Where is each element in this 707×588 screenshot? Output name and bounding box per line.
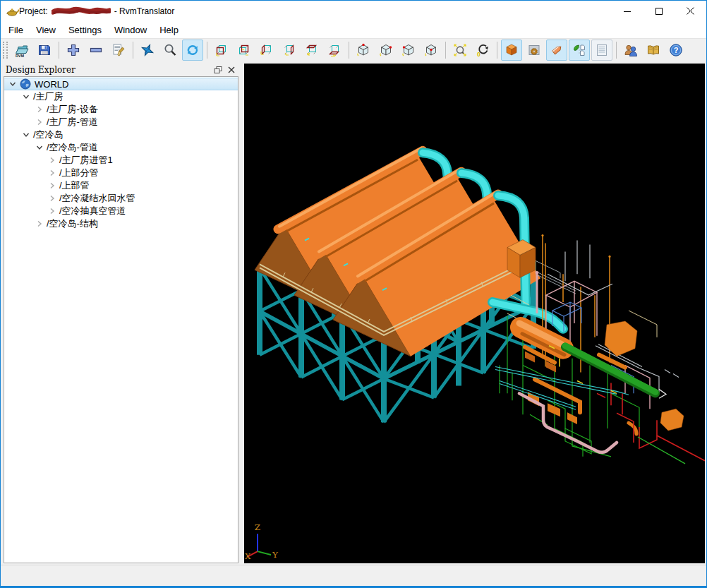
- chevron-collapsed-icon[interactable]: [35, 220, 44, 228]
- toolbar-button-manual[interactable]: [643, 40, 664, 61]
- open-rvm-icon: RVM: [15, 43, 29, 57]
- toolbar-button-help[interactable]: ?: [665, 40, 687, 61]
- toolbar-button-shaded-view[interactable]: [501, 40, 522, 61]
- tree-item[interactable]: /空冷岛-管道: [4, 141, 238, 154]
- chevron-collapsed-icon[interactable]: [48, 181, 56, 190]
- tree-item[interactable]: /主厂房: [4, 90, 238, 103]
- magnifier-icon: [163, 43, 177, 57]
- tree-item-label: /主厂房-管道: [47, 116, 98, 128]
- chevron-expanded-icon[interactable]: [22, 131, 30, 139]
- tree-item-world[interactable]: WORLD: [4, 78, 238, 90]
- dock-title: Design Explorer: [6, 65, 75, 75]
- toolbar-button-save[interactable]: [34, 40, 55, 61]
- toolbar-button-view-left[interactable]: [256, 40, 277, 61]
- tree-item[interactable]: /空冷岛-结构: [4, 217, 238, 230]
- toolbar-button-view-top[interactable]: [301, 40, 322, 61]
- chevron-collapsed-icon[interactable]: [48, 207, 56, 215]
- viewport-3d[interactable]: Z X Y: [244, 64, 705, 563]
- menu-window[interactable]: Window: [108, 23, 153, 37]
- toolbar-button-about-users[interactable]: [620, 40, 641, 61]
- toolbar-button-open-rvm[interactable]: RVM: [11, 40, 32, 61]
- close-icon: [687, 7, 694, 15]
- toolbar-button-clear-log[interactable]: [108, 40, 129, 61]
- toolbar-button-show-labels[interactable]: [546, 40, 567, 61]
- clear-document-icon: [111, 43, 126, 57]
- log-document-icon: [595, 43, 609, 57]
- minimize-button[interactable]: [611, 1, 643, 21]
- window-title: Project: - RvmTranslator: [19, 6, 174, 16]
- chevron-collapsed-icon[interactable]: [48, 156, 56, 164]
- design-explorer-tree[interactable]: WORLD /主厂房 /主厂房-设备 /主厂房-管道 /空冷岛: [4, 76, 238, 563]
- chevron-expanded-icon[interactable]: [35, 143, 44, 152]
- toolbar-button-view-iso-4[interactable]: [421, 40, 442, 61]
- cube-view-top-icon: [305, 43, 319, 57]
- title-suffix: - RvmTranslator: [114, 6, 175, 16]
- toolbar-button-view-iso-3[interactable]: [398, 40, 419, 61]
- tree-item[interactable]: /空冷凝结水回水管: [4, 192, 238, 205]
- menu-file[interactable]: File: [2, 23, 30, 37]
- title-bar[interactable]: Project: - RvmTranslator: [1, 1, 706, 21]
- status-bar: [1, 565, 706, 587]
- tree-item-label: /空冷岛-管道: [47, 141, 98, 154]
- toolbar-separator: [133, 42, 133, 59]
- chevron-expanded-icon[interactable]: [22, 92, 30, 101]
- minus-icon: [89, 43, 103, 57]
- toolbar-button-view-iso-1[interactable]: [353, 40, 374, 61]
- dock-header[interactable]: Design Explorer: [4, 64, 238, 76]
- help-icon: ?: [669, 43, 683, 57]
- orange-cube-icon: [504, 43, 519, 57]
- book-icon: [646, 43, 660, 57]
- toolbar-button-zoom-window[interactable]: [159, 40, 181, 61]
- tree-item-label: /空冷岛-结构: [47, 217, 98, 230]
- tree-item[interactable]: /主厂房-设备: [4, 103, 238, 116]
- leaf-documents-icon: [572, 43, 586, 57]
- toolbar-button-rotate-origin[interactable]: 0: [472, 40, 493, 61]
- axis-x-label: X: [245, 551, 251, 561]
- tree-item-label: /空冷抽真空管道: [59, 205, 126, 217]
- menu-view[interactable]: View: [30, 23, 62, 37]
- tree-item[interactable]: /空冷抽真空管道: [4, 205, 238, 217]
- maximize-button[interactable]: [643, 1, 675, 21]
- plus-icon: [66, 43, 80, 57]
- save-icon: [37, 43, 52, 57]
- misc-gray-lines: [536, 260, 576, 294]
- dock-close-button[interactable]: [226, 65, 236, 75]
- tree-item-label: /空冷凝结水回水管: [59, 192, 135, 205]
- chevron-collapsed-icon[interactable]: [48, 169, 56, 177]
- chevron-expanded-icon[interactable]: [8, 80, 17, 88]
- toolbar-button-refresh-view[interactable]: [182, 40, 203, 61]
- chevron-collapsed-icon[interactable]: [35, 118, 44, 126]
- toolbar-grip[interactable]: [3, 42, 8, 59]
- tree-item[interactable]: /上部分管: [4, 167, 238, 179]
- toolbar-button-view-right[interactable]: [279, 40, 300, 61]
- toolbar-button-view-back[interactable]: [234, 40, 255, 61]
- toolbar-separator: [445, 42, 446, 59]
- chevron-collapsed-icon[interactable]: [35, 105, 44, 114]
- pink-pipe: [519, 393, 617, 452]
- toolbar-button-view-front[interactable]: [211, 40, 232, 61]
- toolbar-button-fly-mode[interactable]: [137, 40, 158, 61]
- toolbar-button-view-iso-2[interactable]: [375, 40, 397, 61]
- toolbar-button-add[interactable]: [63, 40, 84, 61]
- menu-bar: File View Settings Window Help: [1, 21, 706, 38]
- dock-float-button[interactable]: [213, 65, 223, 75]
- settings-gear-icon: [527, 43, 541, 57]
- tree-item[interactable]: /主厂房进管1: [4, 154, 238, 167]
- menu-settings[interactable]: Settings: [62, 23, 108, 37]
- chevron-collapsed-icon[interactable]: [48, 194, 56, 203]
- tree-item[interactable]: /主厂房-管道: [4, 116, 238, 128]
- toolbar-button-zoom-extents[interactable]: [449, 40, 471, 61]
- toolbar-button-remove[interactable]: [85, 40, 107, 61]
- tree-item-label: /主厂房-设备: [47, 103, 98, 116]
- toolbar-separator: [616, 42, 617, 59]
- toolbar-button-view-bottom[interactable]: [324, 40, 345, 61]
- toolbar-button-log-window[interactable]: [591, 40, 612, 61]
- menu-help[interactable]: Help: [153, 23, 185, 37]
- tree-item[interactable]: /空冷岛: [4, 128, 238, 141]
- tree-item[interactable]: /上部管: [4, 179, 238, 192]
- toolbar-button-settings[interactable]: [524, 40, 545, 61]
- tree-item-label: /主厂房进管1: [59, 154, 113, 167]
- main-area: Design Explorer: [1, 61, 706, 565]
- close-button[interactable]: [675, 1, 706, 21]
- toolbar-button-export-tree[interactable]: [569, 40, 590, 61]
